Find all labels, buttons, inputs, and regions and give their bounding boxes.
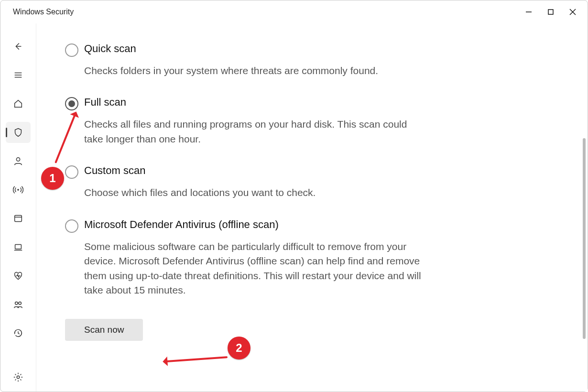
annotation-arrow-2 xyxy=(165,356,228,362)
option-label: Quick scan xyxy=(84,43,428,55)
title-bar: Windows Security xyxy=(0,0,588,23)
maximize-button[interactable] xyxy=(540,0,562,23)
option-desc: Checks folders in your system where thre… xyxy=(84,64,428,78)
option-quick-scan[interactable]: Quick scan Checks folders in your system… xyxy=(65,43,428,78)
svg-point-15 xyxy=(19,302,21,305)
minimize-button[interactable] xyxy=(518,0,540,23)
nav-firewall[interactable] xyxy=(6,179,31,200)
menu-icon xyxy=(13,70,23,80)
nav-account-protection[interactable] xyxy=(6,151,31,172)
window-icon xyxy=(13,213,23,224)
gear-icon xyxy=(13,372,23,382)
antenna-icon xyxy=(13,185,23,195)
scan-options-list: Quick scan Checks folders in your system… xyxy=(65,43,428,341)
svg-point-14 xyxy=(15,302,18,305)
scrollbar[interactable] xyxy=(583,138,586,339)
history-icon xyxy=(13,328,23,338)
nav-home[interactable] xyxy=(6,93,31,114)
option-label: Custom scan xyxy=(84,164,428,177)
people-icon xyxy=(13,299,23,310)
scan-now-button[interactable]: Scan now xyxy=(65,319,143,341)
nav-virus-protection[interactable] xyxy=(6,122,31,143)
svg-point-9 xyxy=(17,189,19,191)
option-label: Microsoft Defender Antivirus (offline sc… xyxy=(84,218,428,231)
radio-offline-scan[interactable] xyxy=(65,219,78,233)
back-button[interactable] xyxy=(6,36,31,57)
scan-options-panel: Quick scan Checks folders in your system… xyxy=(36,23,588,392)
nav-device-performance[interactable] xyxy=(6,265,31,286)
option-desc: Some malicious software can be particula… xyxy=(84,240,428,298)
heart-pulse-icon xyxy=(13,271,23,281)
nav-app-browser[interactable] xyxy=(6,208,31,229)
laptop-icon xyxy=(13,242,23,252)
sidebar xyxy=(0,23,36,392)
shield-icon xyxy=(13,127,23,138)
menu-button[interactable] xyxy=(6,65,31,86)
option-custom-scan[interactable]: Custom scan Choose which files and locat… xyxy=(65,164,428,200)
svg-rect-12 xyxy=(15,245,22,249)
svg-point-8 xyxy=(16,158,20,161)
nav-settings[interactable] xyxy=(6,367,31,388)
svg-rect-1 xyxy=(548,10,553,14)
nav-protection-history[interactable] xyxy=(6,323,31,344)
option-label: Full scan xyxy=(84,96,428,109)
radio-custom-scan[interactable] xyxy=(65,165,78,179)
option-full-scan[interactable]: Full scan Checks all files and running p… xyxy=(65,96,428,146)
close-icon xyxy=(569,8,577,16)
option-offline-scan[interactable]: Microsoft Defender Antivirus (offline sc… xyxy=(65,218,428,298)
option-desc: Choose which files and locations you wan… xyxy=(84,185,428,200)
body: Quick scan Checks folders in your system… xyxy=(0,23,588,392)
windows-security-window: Windows Security xyxy=(0,0,588,392)
annotation-callout-2: 2 xyxy=(228,337,250,359)
window-controls xyxy=(518,0,584,23)
back-icon xyxy=(13,41,23,52)
option-desc: Checks all files and running programs on… xyxy=(84,117,428,146)
radio-quick-scan[interactable] xyxy=(65,44,78,57)
minimize-icon xyxy=(525,9,532,15)
nav-family-options[interactable] xyxy=(6,294,31,315)
nav-device-security[interactable] xyxy=(6,237,31,258)
svg-point-16 xyxy=(17,376,20,379)
home-icon xyxy=(13,98,23,109)
svg-rect-10 xyxy=(15,216,22,222)
annotation-callout-1: 1 xyxy=(41,167,64,190)
maximize-icon xyxy=(547,9,554,15)
person-icon xyxy=(13,156,23,166)
window-title: Windows Security xyxy=(13,8,74,16)
close-button[interactable] xyxy=(562,0,584,23)
